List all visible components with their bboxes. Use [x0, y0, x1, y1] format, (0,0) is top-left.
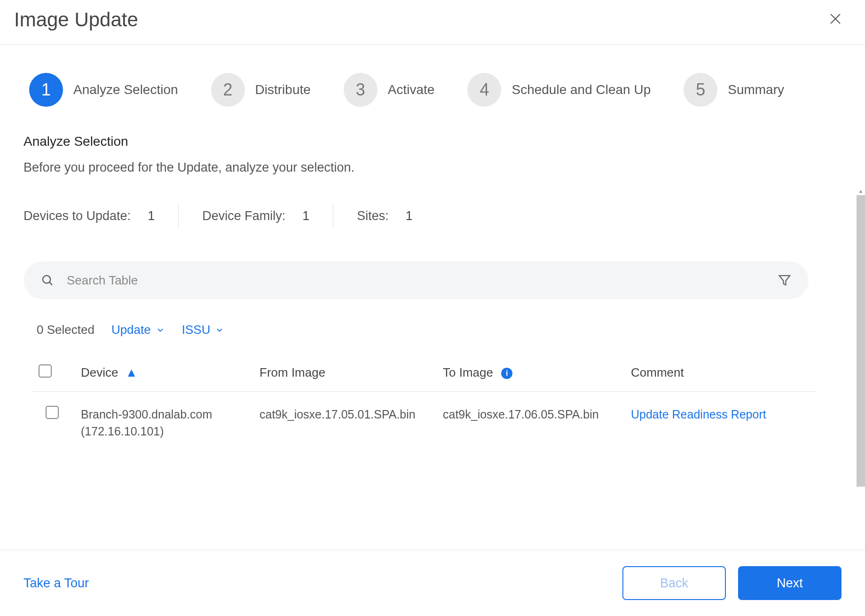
- step-distribute[interactable]: 2 Distribute: [211, 73, 311, 107]
- image-update-modal: Image Update 1 Analyze Selection 2 Distr…: [0, 0, 865, 616]
- summary-sites: Sites: 1: [333, 209, 436, 223]
- device-table: Device ▲ From Image To Image i Comment: [31, 354, 816, 454]
- step-number: 4: [467, 73, 501, 107]
- step-number: 1: [29, 73, 63, 107]
- select-all-checkbox[interactable]: [39, 364, 52, 378]
- summary-value: 1: [148, 209, 155, 223]
- summary-row: Devices to Update: 1 Device Family: 1 Si…: [24, 203, 841, 229]
- close-icon[interactable]: [828, 12, 842, 28]
- scrollbar[interactable]: [857, 195, 865, 487]
- search-icon: [40, 273, 55, 287]
- info-icon[interactable]: i: [501, 368, 512, 379]
- update-readiness-report-link[interactable]: Update Readiness Report: [631, 408, 766, 421]
- col-label: To Image: [443, 365, 493, 379]
- col-device[interactable]: Device ▲: [73, 354, 252, 392]
- next-button[interactable]: Next: [738, 566, 841, 600]
- cell-to-image: cat9k_iosxe.17.06.05.SPA.bin: [435, 392, 623, 454]
- table-row: Branch-9300.dnalab.com (172.16.10.101) c…: [31, 392, 816, 454]
- wizard-stepper: 1 Analyze Selection 2 Distribute 3 Activ…: [24, 45, 841, 130]
- table-header-row: Device ▲ From Image To Image i Comment: [31, 354, 816, 392]
- summary-label: Device Family:: [202, 209, 285, 223]
- update-dropdown[interactable]: Update: [111, 323, 165, 337]
- step-schedule-cleanup[interactable]: 4 Schedule and Clean Up: [467, 73, 651, 107]
- search-bar: [24, 261, 809, 299]
- step-number: 5: [684, 73, 717, 107]
- step-summary[interactable]: 5 Summary: [684, 73, 784, 107]
- svg-marker-4: [779, 276, 790, 285]
- col-to-image[interactable]: To Image i: [435, 354, 623, 392]
- cell-device: Branch-9300.dnalab.com (172.16.10.101): [73, 392, 252, 454]
- summary-value: 1: [302, 209, 309, 223]
- step-number: 3: [344, 73, 377, 107]
- step-label: Activate: [388, 82, 435, 97]
- step-label: Summary: [728, 82, 784, 97]
- col-label: Device: [81, 365, 118, 379]
- issu-dropdown[interactable]: ISSU: [182, 323, 225, 337]
- step-label: Distribute: [255, 82, 311, 97]
- svg-line-3: [49, 282, 52, 285]
- dropdown-label: Update: [111, 323, 151, 337]
- search-input[interactable]: [66, 273, 766, 288]
- select-all-header: [31, 354, 73, 392]
- modal-header: Image Update: [0, 0, 865, 45]
- step-analyze-selection[interactable]: 1 Analyze Selection: [29, 73, 178, 107]
- cell-from-image: cat9k_iosxe.17.05.01.SPA.bin: [252, 392, 435, 454]
- back-button[interactable]: Back: [622, 566, 726, 600]
- col-comment[interactable]: Comment: [623, 354, 816, 392]
- summary-label: Sites:: [357, 209, 389, 223]
- svg-point-2: [43, 276, 50, 283]
- chevron-down-icon: [156, 325, 165, 335]
- step-number: 2: [211, 73, 245, 107]
- summary-devices: Devices to Update: 1: [24, 209, 178, 223]
- table-toolbar: 0 Selected Update ISSU: [37, 323, 841, 337]
- step-label: Schedule and Clean Up: [511, 82, 651, 97]
- row-checkbox[interactable]: [46, 406, 59, 419]
- filter-icon[interactable]: [778, 273, 792, 287]
- selected-count: 0 Selected: [37, 323, 94, 337]
- chevron-down-icon: [215, 325, 224, 335]
- section-description: Before you proceed for the Update, analy…: [24, 160, 841, 175]
- col-from-image[interactable]: From Image: [252, 354, 435, 392]
- summary-family: Device Family: 1: [179, 209, 333, 223]
- sort-ascending-icon: ▲: [126, 365, 138, 380]
- summary-value: 1: [406, 209, 413, 223]
- take-a-tour-link[interactable]: Take a Tour: [24, 576, 89, 591]
- summary-label: Devices to Update:: [24, 209, 131, 223]
- modal-footer: Take a Tour Back Next: [0, 550, 865, 616]
- step-activate[interactable]: 3 Activate: [344, 73, 435, 107]
- col-label: Comment: [631, 365, 684, 379]
- page-title: Image Update: [14, 8, 138, 31]
- col-label: From Image: [260, 365, 325, 379]
- modal-content: 1 Analyze Selection 2 Distribute 3 Activ…: [0, 45, 865, 550]
- dropdown-label: ISSU: [182, 323, 211, 337]
- scroll-up-icon[interactable]: ▴: [857, 188, 864, 194]
- step-label: Analyze Selection: [73, 82, 178, 97]
- section-title: Analyze Selection: [24, 134, 841, 149]
